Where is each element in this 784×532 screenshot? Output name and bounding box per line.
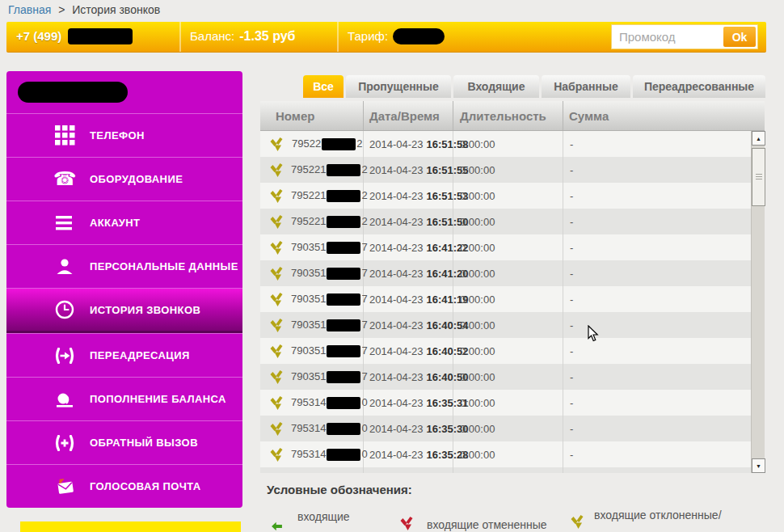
table-scrollbar[interactable]: ▲ ▼: [751, 131, 765, 473]
tariff-block: Тариф:: [348, 29, 445, 44]
sidebar-item-personal-data[interactable]: ПЕРСОНАЛЬНЫЕ ДАННЫЕ: [6, 244, 242, 288]
breadcrumb-home-link[interactable]: Главная: [8, 3, 51, 16]
sidebar-item-label: ГОЛОСОВАЯ ПОЧТА: [90, 480, 201, 492]
redacted-digits: [327, 242, 360, 254]
dialpad-icon: [53, 125, 77, 146]
tab-incoming[interactable]: Входящие: [453, 75, 539, 98]
number-cell: 7903517: [260, 364, 364, 390]
tab-forwarded[interactable]: Переадресованные: [633, 75, 765, 98]
sidebar-account-item[interactable]: [6, 71, 242, 113]
phone-icon: ☎: [53, 170, 77, 188]
rejected-call-icon: [269, 188, 286, 203]
phone-number: 7953140: [291, 396, 368, 409]
callback-icon: [53, 435, 77, 451]
table-row: 7952222014-04-2316:51:580:00:00-: [260, 131, 765, 157]
phone-number: 795222: [292, 137, 362, 150]
amount-cell: -: [563, 209, 765, 234]
scroll-thumb[interactable]: [752, 148, 765, 206]
duration-cell: 0:00:00: [453, 209, 563, 234]
call-filter-tabs: ВсеПропущенныеВходящиеНабранныеПереадрес…: [303, 75, 765, 98]
rejected-call-icon: [269, 395, 286, 410]
datetime-cell: 2014-04-2316:51:58: [364, 131, 453, 157]
incoming-call-icon: [269, 520, 285, 532]
sidebar-item-call-history[interactable]: ИСТОРИЯ ЗВОНКОВ: [6, 288, 242, 333]
call-history-page: Главная > История звонков +7 (499) Балан…: [0, 0, 784, 532]
number-cell: 7953140: [260, 416, 364, 441]
scroll-grip-icon: [756, 174, 762, 180]
sidebar-item-label: ОБОРУДОВАНИЕ: [90, 173, 183, 185]
sidebar-item-label: ОБРАТНЫЙ ВЫЗОВ: [90, 437, 198, 449]
redacted-digits: [322, 138, 356, 150]
tab-missed[interactable]: Пропущенные: [346, 75, 451, 98]
redacted-digits: [327, 397, 360, 409]
rejected-call-icon: [570, 514, 586, 530]
phone-number: 7952212: [291, 163, 368, 176]
amount-cell: -: [563, 260, 765, 286]
rejected-call-icon: [269, 344, 286, 358]
table-row: 79531402014-04-2316:35:260:00:00-: [260, 467, 765, 473]
sidebar: ТЕЛЕФОН☎ОБОРУДОВАНИЕ АККАУНТ ПЕРСОНАЛЬНЫ…: [6, 71, 242, 508]
column-header: Длительность: [453, 101, 563, 130]
sidebar-item-phone[interactable]: ТЕЛЕФОН: [6, 113, 242, 157]
table-row: 79531402014-04-2316:35:310:00:00-: [260, 390, 765, 416]
table-row: 79035172014-04-2316:40:500:00:00-: [260, 364, 765, 390]
scroll-down-button[interactable]: ▼: [752, 458, 765, 473]
amount-cell: -: [563, 416, 765, 441]
redacted-phone-number: [68, 28, 133, 44]
datetime-cell: 2014-04-2316:35:28: [364, 441, 453, 467]
balance-value: -1.35 руб: [239, 29, 295, 43]
tariff-label: Тариф:: [348, 29, 388, 43]
breadcrumb: Главная > История звонков: [8, 3, 160, 16]
amount-cell: -: [563, 364, 765, 390]
number-cell: 7903517: [260, 312, 364, 338]
phone-number: 7952212: [291, 189, 368, 202]
legend-title: Условные обозначения:: [267, 483, 412, 496]
rejected-call-icon: [269, 240, 286, 255]
redacted-digits: [327, 268, 360, 280]
phone-number: 7903517: [291, 267, 368, 280]
redacted-digits: [327, 216, 360, 228]
tab-label: Набранные: [554, 80, 618, 93]
legend-item-label: входящие отклоненные/: [594, 509, 722, 521]
sidebar-item-top-up[interactable]: ПОПОЛНЕНИЕ БАЛАНСА: [6, 377, 242, 420]
number-cell: 7903517: [260, 234, 364, 260]
datetime-cell: 2014-04-2316:40:50: [364, 364, 453, 390]
call-history-table: НомерДата/ВремяДлительностьСумма 7952222…: [260, 101, 765, 473]
sidebar-item-forwarding[interactable]: ПЕРЕАДРЕСАЦИЯ: [6, 333, 242, 377]
number-cell: 7952212: [260, 209, 364, 234]
tab-label: Входящие: [468, 80, 525, 93]
amount-cell: -: [563, 157, 765, 183]
promo-widget: Ok: [611, 24, 758, 49]
datetime-cell: 2014-04-2316:35:30: [364, 416, 453, 441]
promo-ok-button[interactable]: Ok: [723, 27, 756, 47]
promo-input[interactable]: [613, 30, 723, 44]
phone-number: 7903517: [291, 370, 368, 383]
tab-all[interactable]: Все: [303, 75, 344, 98]
table-header: НомерДата/ВремяДлительностьСумма: [260, 101, 765, 131]
table-row: 79531402014-04-2316:35:300:00:00-: [260, 416, 765, 441]
datetime-cell: 2014-04-2316:35:26: [364, 467, 453, 473]
amount-cell: -: [563, 441, 765, 467]
sidebar-item-voicemail[interactable]: ГОЛОСОВАЯ ПОЧТА: [6, 464, 242, 508]
rejected-call-icon: [269, 421, 286, 436]
number-cell: 7903517: [260, 260, 364, 286]
amount-cell: -: [563, 131, 765, 157]
datetime-cell: 2014-04-2316:51:53: [364, 183, 453, 209]
redacted-tariff-name: [393, 28, 445, 44]
number-cell: 7952212: [260, 157, 364, 183]
table-row: 79522122014-04-2316:51:500:00:00-: [260, 209, 765, 234]
sidebar-item-label: ПЕРЕАДРЕСАЦИЯ: [90, 349, 190, 361]
sidebar-item-equipment[interactable]: ☎ОБОРУДОВАНИЕ: [6, 157, 242, 201]
redacted-digits: [327, 423, 360, 435]
rejected-call-icon: [269, 214, 286, 229]
tab-dialed[interactable]: Набранные: [542, 75, 630, 98]
yellow-banner-stub: [20, 521, 241, 532]
amount-cell: -: [563, 338, 765, 364]
balance-block: Баланс:-1.35 руб: [190, 29, 296, 44]
number-cell: 795222: [260, 131, 364, 157]
scroll-up-button[interactable]: ▲: [752, 131, 765, 146]
sidebar-item-callback[interactable]: ОБРАТНЫЙ ВЫЗОВ: [6, 420, 242, 464]
redacted-digits: [327, 345, 360, 357]
sidebar-item-account[interactable]: АККАУНТ: [6, 201, 242, 244]
redacted-digits: [327, 319, 360, 331]
